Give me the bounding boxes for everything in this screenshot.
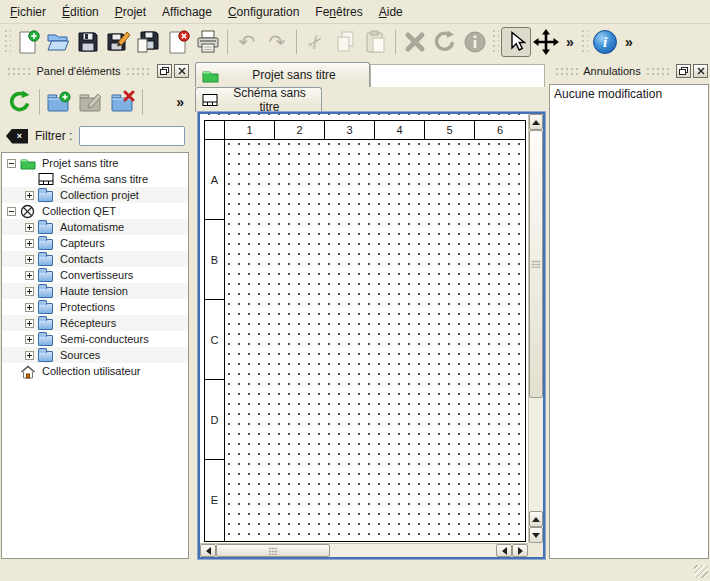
horizontal-scrollbar-track[interactable] xyxy=(330,544,496,557)
scroll-right-button[interactable] xyxy=(512,544,528,557)
menu-aide[interactable]: Aide xyxy=(371,1,411,23)
close-panel-button[interactable] xyxy=(174,64,189,78)
menu-projet[interactable]: Projet xyxy=(107,1,154,23)
close-icon xyxy=(697,67,705,75)
horizontal-scrollbar-thumb[interactable] xyxy=(216,544,330,557)
tree-item-semi-conducteurs[interactable]: Semi-conducteurs xyxy=(2,331,188,347)
save-as-button[interactable] xyxy=(103,27,133,57)
expand-icon[interactable] xyxy=(25,239,34,248)
toolbar-overflow-button[interactable]: » xyxy=(561,27,579,57)
tab-schema-sans-titre[interactable]: Schéma sans titre xyxy=(195,87,322,112)
save-all-button[interactable] xyxy=(133,27,163,57)
horizontal-scrollbar[interactable] xyxy=(200,543,528,557)
expand-icon[interactable] xyxy=(25,303,34,312)
expand-icon[interactable] xyxy=(25,223,34,232)
close-panel-button[interactable] xyxy=(693,64,708,78)
new-document-button[interactable] xyxy=(13,27,43,57)
tree-item-project[interactable]: Projet sans titre xyxy=(2,155,188,171)
undo-history-list[interactable]: Aucune modification xyxy=(549,84,709,559)
tree-item-capteurs[interactable]: Capteurs xyxy=(2,235,188,251)
diagram-icon xyxy=(202,93,218,107)
tree-item-collection-utilisateur[interactable]: Collection utilisateur xyxy=(2,363,188,379)
new-category-button[interactable] xyxy=(43,86,75,118)
tree-item-collection-qet[interactable]: Collection QET xyxy=(2,203,188,219)
tree-item-convertisseurs[interactable]: Convertisseurs xyxy=(2,267,188,283)
project-tab-bar: Projet sans titre xyxy=(191,62,545,87)
filter-input[interactable] xyxy=(79,126,185,146)
toolbar-separator xyxy=(395,30,396,54)
reload-icon xyxy=(8,90,32,114)
open-file-button[interactable] xyxy=(43,27,73,57)
expand-icon[interactable] xyxy=(25,351,34,360)
elements-panel-titlebar[interactable]: Panel d'éléments xyxy=(0,60,191,82)
titlebar-grip xyxy=(126,67,150,76)
save-as-icon xyxy=(105,29,131,55)
save-button[interactable] xyxy=(73,27,103,57)
vertical-scrollbar-track[interactable] xyxy=(529,398,543,511)
panel-overflow-button[interactable]: » xyxy=(173,94,187,110)
titlebar-grip xyxy=(7,67,31,76)
tree-item-protections[interactable]: Protections xyxy=(2,299,188,315)
menu-fenetres[interactable]: Fenêtres xyxy=(307,1,370,23)
print-button[interactable] xyxy=(193,27,223,57)
toolbar-handle[interactable] xyxy=(4,29,11,55)
folder-icon xyxy=(38,188,55,202)
clear-filter-button[interactable]: × xyxy=(6,129,28,144)
scroll-down-button[interactable] xyxy=(529,527,543,543)
info-blue-icon: i xyxy=(593,30,617,54)
vertical-scrollbar-thumb[interactable] xyxy=(529,130,543,398)
about-qet-button[interactable]: i xyxy=(590,27,620,57)
chevron-right-icon: » xyxy=(622,34,636,50)
tree-item-automatisme[interactable]: Automatisme xyxy=(2,219,188,235)
row-header: A xyxy=(205,140,224,220)
arrow-down-icon xyxy=(532,533,540,538)
collapse-icon[interactable] xyxy=(7,207,16,216)
tree-item-contacts[interactable]: Contacts xyxy=(2,251,188,267)
vertical-scrollbar[interactable] xyxy=(528,114,543,543)
menu-configuration[interactable]: Configuration xyxy=(220,1,307,23)
float-panel-button[interactable] xyxy=(157,64,172,78)
pan-mode-button[interactable] xyxy=(531,27,561,57)
scroll-up-button[interactable] xyxy=(529,114,543,130)
drawing-area[interactable] xyxy=(225,140,525,541)
float-icon xyxy=(679,67,688,75)
tree-item-diagram[interactable]: Schéma sans titre xyxy=(2,171,188,187)
toolbar-handle[interactable] xyxy=(581,29,588,55)
expand-icon[interactable] xyxy=(25,191,34,200)
arrow-right-icon xyxy=(518,547,523,555)
delete-category-button[interactable] xyxy=(107,86,139,118)
reload-collections-button[interactable] xyxy=(4,86,36,118)
tree-item-sources[interactable]: Sources xyxy=(2,347,188,363)
expand-icon[interactable] xyxy=(25,255,34,264)
close-icon xyxy=(178,67,186,75)
toolbar-handle[interactable] xyxy=(492,29,499,55)
expand-icon[interactable] xyxy=(25,319,34,328)
tree-item-collection-projet[interactable]: Collection projet xyxy=(2,187,188,203)
scroll-left-button[interactable] xyxy=(496,544,512,557)
collapse-icon[interactable] xyxy=(7,159,16,168)
tree-item-recepteurs[interactable]: Récepteurs xyxy=(2,315,188,331)
tree-item-haute-tension[interactable]: Haute tension xyxy=(2,283,188,299)
expand-icon[interactable] xyxy=(25,271,34,280)
undo-panel-titlebar[interactable]: Annulations xyxy=(548,60,710,82)
menu-edition[interactable]: Édition xyxy=(54,1,107,23)
expand-icon[interactable] xyxy=(25,287,34,296)
menu-affichage[interactable]: Affichage xyxy=(154,1,220,23)
redo-button: ↷ xyxy=(262,27,292,57)
paste-button xyxy=(361,27,391,57)
close-file-button[interactable] xyxy=(163,27,193,57)
resize-grip[interactable] xyxy=(694,565,708,578)
diagram-canvas[interactable]: 1 2 3 4 5 6 A B C D E xyxy=(200,114,543,557)
mdi-area: Projet sans titre Schéma sans titre 1 2 … xyxy=(191,60,548,561)
menu-fichier[interactable]: Fichier xyxy=(2,1,54,23)
scroll-up-button[interactable] xyxy=(529,511,543,527)
undo-list-item[interactable]: Aucune modification xyxy=(550,85,708,103)
select-mode-button[interactable] xyxy=(501,27,531,57)
cut-button: ✂ xyxy=(301,27,331,57)
tab-projet-sans-titre[interactable]: Projet sans titre xyxy=(195,62,370,87)
toolbar-overflow-button[interactable]: » xyxy=(620,27,638,57)
scroll-left-button[interactable] xyxy=(200,544,216,557)
float-panel-button[interactable] xyxy=(676,64,691,78)
expand-icon[interactable] xyxy=(25,335,34,344)
undo-icon: ↶ xyxy=(239,32,256,52)
